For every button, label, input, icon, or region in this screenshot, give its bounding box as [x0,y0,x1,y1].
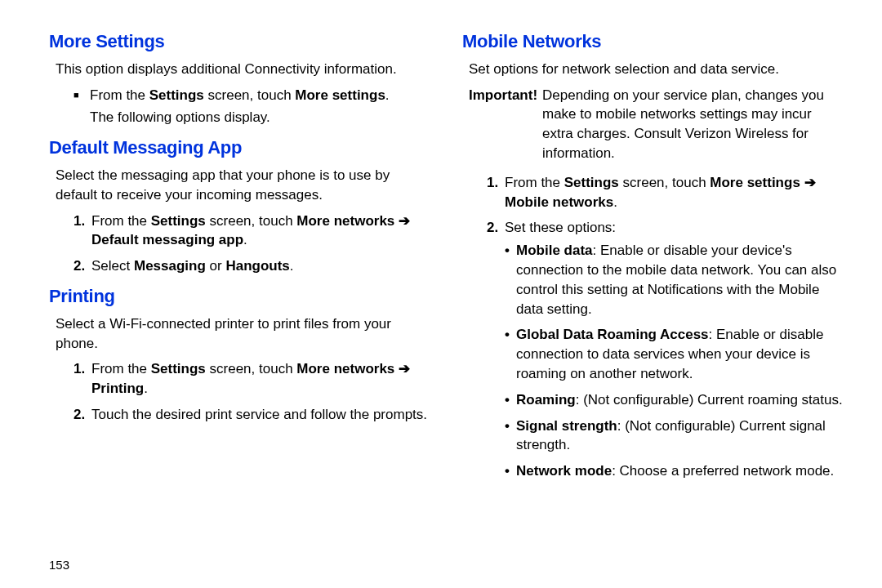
list-item: 1. From the Settings screen, touch More … [487,173,843,212]
list-item: 2. Select Messaging or Hangouts. [74,256,430,276]
heading-mobile-networks: Mobile Networks [462,29,843,55]
more-settings-intro: This option displays additional Connecti… [56,60,430,79]
list-item: •Mobile data: Enable or disable your dev… [505,241,843,318]
bullet-icon: • [505,461,516,481]
bullet-text: From the Settings screen, touch More set… [90,86,430,105]
t: From the [505,175,564,190]
option-text: Signal strength: (Not configurable) Curr… [516,416,843,456]
step-number: 1. [74,212,91,251]
t: . [243,232,247,247]
step-text: From the Settings screen, touch More net… [91,212,430,251]
t: Select [91,258,134,274]
list-item: 1. From the Settings screen, touch More … [74,212,430,251]
default-messaging-intro: Select the messaging app that your phone… [56,166,430,205]
bullet-icon: • [505,390,516,410]
mobile-networks-intro: Set options for network selection and da… [469,60,843,79]
right-column: Mobile Networks Set options for network … [462,29,843,494]
t: : (Not configurable) Current roaming sta… [576,392,843,408]
left-column: More Settings This option displays addit… [49,29,430,494]
option-text: Mobile data: Enable or disable your devi… [516,241,843,318]
more-settings-followup: The following options display. [90,108,430,127]
step-text: From the Settings screen, touch More set… [505,173,843,212]
step-text: Select Messaging or Hangouts. [91,256,430,276]
t: . [290,258,294,274]
list-item: 2. Touch the desired print service and f… [74,405,430,425]
option-text: Global Data Roaming Access: Enable or di… [516,325,843,383]
step-text: Touch the desired print service and foll… [91,405,430,425]
list-item: •Roaming: (Not configurable) Current roa… [505,390,843,410]
list-item: 2. Set these options: •Mobile data: Enab… [487,218,843,488]
important-text: Depending on your service plan, changes … [542,86,843,163]
t: Settings [564,175,619,190]
step-number: 1. [487,173,505,212]
step-number: 2. [74,256,91,276]
t: Messaging [134,258,206,274]
option-text: Roaming: (Not configurable) Current roam… [516,390,843,410]
t: From the [90,87,149,103]
important-label: Important! [469,86,542,163]
options-list: •Mobile data: Enable or disable your dev… [505,241,843,481]
t: Default messaging app [91,232,243,247]
bullet-icon: • [505,416,516,456]
default-messaging-steps: 1. From the Settings screen, touch More … [74,212,430,276]
t: . [385,87,390,103]
t: screen, touch [206,361,297,376]
t: or [206,258,226,274]
printing-steps: 1. From the Settings screen, touch More … [74,359,430,424]
t: Settings [151,213,206,229]
arrow-icon: ➔ [399,213,410,229]
t: From the [91,213,151,229]
t: screen, touch [619,175,710,190]
t: screen, touch [204,87,296,103]
two-column-layout: More Settings This option displays addit… [49,29,843,494]
t: : Choose a preferred network mode. [612,463,834,479]
t: . [144,381,148,396]
t: Mobile networks [505,194,613,210]
t: More networks [296,213,399,229]
list-item: 1. From the Settings screen, touch More … [74,359,430,399]
t: Settings [149,87,204,103]
t: Global Data Roaming Access [516,327,709,342]
heading-default-messaging: Default Messaging App [49,136,430,161]
bullet-icon: • [505,325,516,383]
t: From the [91,361,151,376]
t: Printing [91,381,144,396]
heading-printing: Printing [49,284,430,310]
t: Signal strength [516,418,617,434]
list-item: •Global Data Roaming Access: Enable or d… [505,325,843,383]
t: Network mode [516,463,612,479]
step-number: 2. [74,405,91,425]
list-item: •Network mode: Choose a preferred networ… [505,461,843,481]
t: . [613,194,617,210]
bullet-icon: • [505,241,516,318]
t: More networks [296,361,399,376]
t: screen, touch [206,213,297,229]
t: More settings [710,175,804,190]
option-text: Network mode: Choose a preferred network… [516,461,843,481]
square-bullet-icon: ■ [74,86,90,105]
more-settings-bullet: ■ From the Settings screen, touch More s… [74,86,430,105]
mobile-networks-steps: 1. From the Settings screen, touch More … [487,173,843,488]
list-item: •Signal strength: (Not configurable) Cur… [505,416,843,456]
t: Set these options: [505,220,616,235]
important-note: Important! Depending on your service pla… [469,86,843,163]
step-number: 2. [487,218,505,488]
t: Mobile data [516,243,593,258]
t: Settings [151,361,206,376]
t: Hangouts [225,258,289,274]
printing-intro: Select a Wi-Fi-connected printer to prin… [56,314,430,354]
arrow-icon: ➔ [399,361,410,376]
t: Roaming [516,392,576,408]
t: More settings [295,87,385,103]
step-text: From the Settings screen, touch More net… [91,359,430,399]
step-number: 1. [74,359,91,399]
step-text: Set these options: •Mobile data: Enable … [505,218,843,488]
page-number: 153 [49,556,69,573]
heading-more-settings: More Settings [49,29,430,55]
arrow-icon: ➔ [804,175,816,190]
